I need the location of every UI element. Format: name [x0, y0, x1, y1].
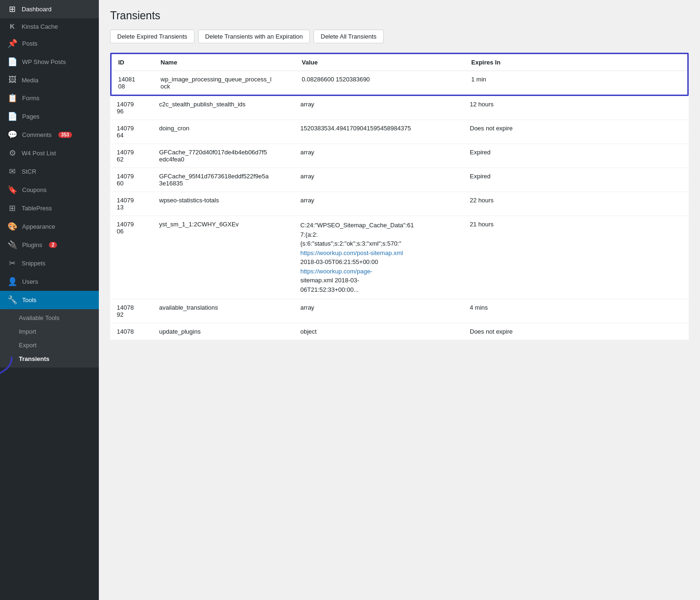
page-title: Transients — [110, 9, 689, 22]
transients-table-header: ID Name Value Expires In 1408108 wp_imag… — [112, 54, 687, 95]
link-page-sitemap[interactable]: https://woorkup.com/page- — [300, 268, 372, 275]
table-row: 1407892 available_translations array 4 m… — [110, 299, 689, 323]
cell-expires-8: Does not expire — [463, 323, 689, 340]
cell-expires-2: Does not expire — [463, 120, 689, 144]
cell-name-3: GFCache_7720d40f017de4b4eb06d7f5edc4fea0 — [153, 144, 294, 168]
submenu-export[interactable]: Export — [0, 338, 99, 352]
sidebar-item-label: Posts — [22, 40, 38, 47]
table-row: 1407960 GFCache_95f41d7673618eddf522f9e5… — [110, 168, 689, 192]
table-row: 14078 update_plugins object Does not exp… — [110, 323, 689, 340]
submenu-import[interactable]: Import — [0, 325, 99, 338]
cell-id-7: 1407892 — [110, 299, 153, 323]
main-content: Transients Delete Expired Transients Del… — [99, 0, 700, 600]
coupons-icon: 🔖 — [8, 185, 17, 195]
sidebar-item-label: Pages — [22, 113, 40, 120]
delete-all-button[interactable]: Delete All Transients — [314, 30, 384, 43]
cell-expires-3: Expired — [463, 144, 689, 168]
cell-value-2: 1520383534.4941709041595458984375 — [294, 120, 463, 144]
sidebar-item-users[interactable]: 👤 Users — [0, 272, 99, 291]
sidebar-item-stcr[interactable]: ✉ StCR — [0, 162, 99, 181]
sidebar-item-comments[interactable]: 💬 Comments 353 — [0, 126, 99, 144]
cell-name-6: yst_sm_1_1:2CWHY_6GXEv — [153, 216, 294, 299]
highlighted-table: ID Name Value Expires In 1408108 wp_imag… — [110, 53, 689, 96]
cell-id-5: 1407913 — [110, 192, 153, 216]
sidebar-item-plugins[interactable]: 🔌 Plugins 2 — [0, 236, 99, 254]
media-icon: 🖼 — [8, 75, 17, 85]
cell-value-5: array — [294, 192, 463, 216]
cell-id-1: 1407996 — [110, 96, 153, 120]
appearance-icon: 🎨 — [8, 222, 17, 232]
sidebar-item-tools[interactable]: 🔧 Tools — [0, 291, 99, 309]
cell-name-8: update_plugins — [153, 323, 294, 340]
cell-name-7: available_translations — [153, 299, 294, 323]
sidebar-item-label: Tools — [22, 296, 36, 304]
dashboard-icon: ⊞ — [8, 4, 17, 14]
action-buttons: Delete Expired Transients Delete Transie… — [110, 30, 689, 43]
cell-value-4: array — [294, 168, 463, 192]
sidebar: ⊞ Dashboard K Kinsta Cache 📌 Posts 📄 WP … — [0, 0, 99, 600]
sidebar-item-dashboard[interactable]: ⊞ Dashboard — [0, 0, 99, 18]
stcr-icon: ✉ — [8, 167, 17, 176]
cell-value-1: array — [294, 96, 463, 120]
cell-value-8: object — [294, 323, 463, 340]
sidebar-item-label: Forms — [22, 95, 40, 102]
comments-icon: 💬 — [8, 130, 17, 140]
cell-expires-6: 21 hours — [463, 216, 689, 299]
plugins-badge: 2 — [49, 242, 57, 248]
sidebar-item-coupons[interactable]: 🔖 Coupons — [0, 181, 99, 199]
arrow-icon — [0, 357, 14, 385]
cell-value-0: 0.08286600 1520383690 — [295, 71, 465, 95]
users-icon: 👤 — [8, 277, 17, 287]
snippets-icon: ✂ — [8, 258, 17, 268]
sidebar-item-label: Comments — [22, 131, 52, 138]
sidebar-item-label: WP Show Posts — [22, 58, 66, 65]
cell-expires-7: 4 mins — [463, 299, 689, 323]
comments-badge: 353 — [58, 132, 72, 138]
sidebar-item-pages[interactable]: 📄 Pages — [0, 107, 99, 126]
sidebar-item-label: StCR — [22, 168, 36, 175]
sidebar-item-label: TablePress — [22, 205, 52, 212]
submenu-transients[interactable]: Transients — [0, 352, 99, 366]
sidebar-item-label: Coupons — [22, 186, 47, 193]
forms-icon: 📋 — [8, 93, 17, 103]
col-value: Value — [295, 54, 465, 71]
cell-value-6: C:24:"WPSEO_Sitemap_Cache_Data":61 7:{a:… — [294, 216, 463, 299]
transients-table-body: 1407996 c2c_stealth_publish_stealth_ids … — [110, 96, 689, 340]
table-row: 1407962 GFCache_7720d40f017de4b4eb06d7f5… — [110, 144, 689, 168]
below-table-wrapper: 1407996 c2c_stealth_publish_stealth_ids … — [110, 96, 689, 340]
kinsta-icon: K — [8, 23, 17, 30]
tools-icon: 🔧 — [8, 295, 17, 305]
sidebar-item-forms[interactable]: 📋 Forms — [0, 89, 99, 107]
sidebar-item-label: Appearance — [22, 223, 55, 230]
cell-id-4: 1407960 — [110, 168, 153, 192]
table-row: 1407913 wpseo-statistics-totals array 22… — [110, 192, 689, 216]
plugins-icon: 🔌 — [8, 240, 17, 250]
link-post-sitemap[interactable]: https://woorkup.com/post-sitemap.xml — [300, 249, 403, 256]
cell-name-2: doing_cron — [153, 120, 294, 144]
sidebar-item-label: Snippets — [22, 260, 46, 267]
col-name: Name — [154, 54, 295, 71]
delete-expired-button[interactable]: Delete Expired Transients — [110, 30, 194, 43]
posts-icon: 📌 — [8, 39, 17, 48]
sidebar-item-appearance[interactable]: 🎨 Appearance — [0, 217, 99, 236]
cell-expires-5: 22 hours — [463, 192, 689, 216]
tools-submenu: Available Tools Import Export Transients — [0, 309, 99, 368]
sidebar-item-wp-show-posts[interactable]: 📄 WP Show Posts — [0, 53, 99, 71]
sidebar-item-w4-post-list[interactable]: ⚙ W4 Post List — [0, 144, 99, 162]
submenu-available-tools[interactable]: Available Tools — [0, 311, 99, 325]
sidebar-item-tablepress[interactable]: ⊞ TablePress — [0, 199, 99, 217]
sidebar-item-snippets[interactable]: ✂ Snippets — [0, 254, 99, 272]
pages-icon: 📄 — [8, 112, 17, 121]
sidebar-item-media[interactable]: 🖼 Media — [0, 71, 99, 89]
cell-id-8: 14078 — [110, 323, 153, 340]
delete-with-expiration-button[interactable]: Delete Transients with an Expiration — [198, 30, 310, 43]
sidebar-item-label: Plugins — [22, 241, 42, 248]
cell-name-0: wp_image_processing_queue_process_lock — [154, 71, 295, 95]
sidebar-item-kinsta-cache[interactable]: K Kinsta Cache — [0, 18, 99, 34]
sidebar-item-label: Dashboard — [22, 6, 52, 13]
sidebar-item-posts[interactable]: 📌 Posts — [0, 34, 99, 53]
table-row: 1408108 wp_image_processing_queue_proces… — [112, 71, 687, 95]
cell-name-5: wpseo-statistics-totals — [153, 192, 294, 216]
col-id: ID — [112, 54, 154, 71]
sidebar-item-label: Users — [22, 278, 38, 285]
